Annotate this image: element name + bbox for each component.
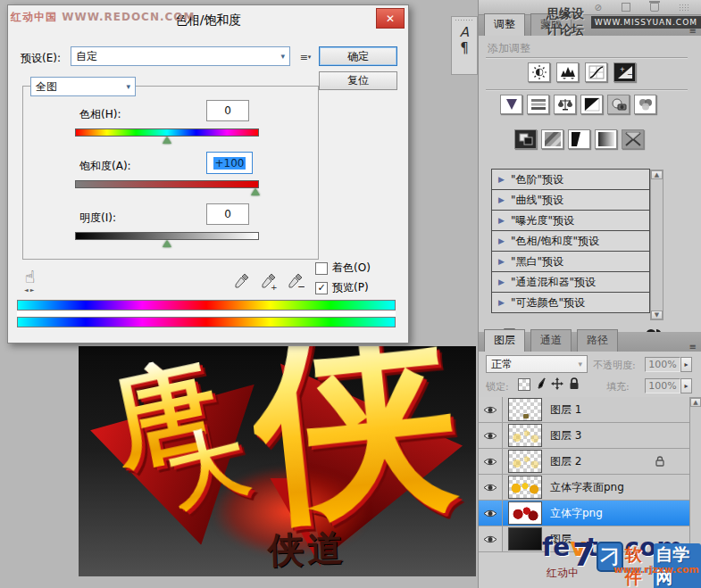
layer-thumbnail[interactable] xyxy=(508,398,542,421)
saturation-slider-handle[interactable] xyxy=(251,188,260,195)
visibility-eye-icon[interactable] xyxy=(479,501,503,526)
hue-slider-handle[interactable] xyxy=(163,137,171,144)
channel-select[interactable]: 全图 ▾ xyxy=(30,77,136,96)
dock-grip[interactable] xyxy=(455,19,474,22)
preview-option[interactable]: ✓ 预览(P) xyxy=(315,280,369,295)
scroll-down-icon[interactable]: ▼ xyxy=(651,311,663,319)
curves-icon[interactable] xyxy=(585,62,607,82)
expand-arrow-icon[interactable]: ▶ xyxy=(498,298,505,307)
reset-button[interactable]: 复位 xyxy=(319,71,397,90)
color-balance-icon[interactable] xyxy=(554,95,576,114)
arrow-left-icon: ◄ xyxy=(24,286,30,293)
add-eyedropper-icon[interactable]: + xyxy=(260,271,278,291)
preset-select[interactable]: 自定 ▾ xyxy=(71,46,290,66)
layer-thumbnail[interactable] xyxy=(508,501,542,525)
preset-row-channel-mixer[interactable]: ▶ "通道混和器"预设 xyxy=(491,271,650,293)
layer-name[interactable]: 图层 3 xyxy=(550,428,581,443)
lightness-slider-handle[interactable] xyxy=(163,240,171,247)
layer-name[interactable]: 图层 1 xyxy=(550,402,581,418)
on-image-adjust-tool[interactable]: ☝ ◄► xyxy=(24,267,36,293)
layer-row[interactable]: 图层 2 xyxy=(479,449,689,475)
fill-spinner[interactable]: ▸ xyxy=(680,378,692,393)
expand-arrow-icon[interactable]: ▶ xyxy=(498,277,505,286)
ok-button[interactable]: 确定 xyxy=(319,46,397,66)
opacity-value[interactable]: 100% xyxy=(645,357,680,372)
visibility-eye-icon[interactable] xyxy=(479,526,503,551)
panel-menu-icon[interactable]: ≡ xyxy=(689,342,701,352)
invert-icon[interactable] xyxy=(514,129,537,149)
visibility-eye-icon[interactable] xyxy=(479,423,503,448)
expand-arrow-icon[interactable]: ▶ xyxy=(498,175,505,184)
preset-row-exposure[interactable]: ▶ "曝光度"预设 xyxy=(491,210,650,231)
watermark-missyuan: 思缘设计论坛 WWW.MISSYUAN.COM xyxy=(547,6,701,38)
exposure-icon[interactable]: +− xyxy=(613,62,636,82)
preset-row-curves[interactable]: ▶ "曲线"预设 xyxy=(491,189,650,211)
tab-channels[interactable]: 通道 xyxy=(530,329,572,352)
tab-layers[interactable]: 图层 xyxy=(484,329,525,352)
expand-arrow-icon[interactable]: ▶ xyxy=(498,236,505,245)
blend-mode-select[interactable]: 正常 ▾ xyxy=(486,355,588,373)
layer-thumbnail[interactable] xyxy=(508,476,542,499)
vibrance-icon[interactable] xyxy=(500,95,522,114)
layer-thumbnail[interactable] xyxy=(508,424,542,447)
expand-arrow-icon[interactable]: ▶ xyxy=(498,257,505,266)
saturation-input[interactable]: +100 xyxy=(206,152,253,174)
close-button[interactable]: ✕ xyxy=(376,8,405,29)
lock-transparent-pixels-icon[interactable] xyxy=(518,378,530,391)
channel-mixer-icon[interactable] xyxy=(634,95,656,114)
expand-arrow-icon[interactable]: ▶ xyxy=(498,195,505,204)
lightness-input[interactable]: 0 xyxy=(206,203,249,225)
photo-filter-icon[interactable] xyxy=(607,95,630,114)
visibility-eye-icon[interactable] xyxy=(479,475,503,500)
subtract-eyedropper-icon[interactable]: − xyxy=(287,271,305,291)
brightness-contrast-icon[interactable] xyxy=(528,62,550,82)
eyedropper-icon[interactable] xyxy=(233,271,251,291)
posterize-icon[interactable] xyxy=(541,129,563,149)
paragraph-panel-icon[interactable]: ¶ xyxy=(452,40,477,56)
scroll-up-icon[interactable]: ▲ xyxy=(651,170,663,179)
hue-input[interactable]: 0 xyxy=(206,100,249,121)
lock-position-icon[interactable] xyxy=(551,377,563,390)
gradient-map-icon[interactable] xyxy=(595,129,617,149)
layer-thumbnail[interactable] xyxy=(508,527,542,551)
preset-row-selective-color[interactable]: ▶ "可选颜色"预设 xyxy=(491,292,650,313)
strip-gap xyxy=(17,311,396,317)
layer-name[interactable]: 立体字png xyxy=(550,506,603,521)
preset-list-scrollbar[interactable]: ▲ ▼ xyxy=(650,170,663,320)
black-white-icon[interactable] xyxy=(580,95,603,114)
threshold-icon[interactable] xyxy=(568,129,590,149)
hue-slider-track[interactable] xyxy=(75,128,259,137)
layer-row[interactable]: 图层 3 xyxy=(479,423,689,449)
layer-row-selected[interactable]: 立体字png xyxy=(479,501,689,526)
levels-icon[interactable] xyxy=(556,62,579,82)
tab-adjustments[interactable]: 调整 xyxy=(484,13,525,36)
layer-name[interactable]: 图层 2 xyxy=(550,454,581,469)
layer-thumbnail[interactable] xyxy=(508,450,542,473)
saturation-slider-track[interactable] xyxy=(75,180,259,188)
preset-row-levels[interactable]: ▶ "色阶"预设 xyxy=(491,169,650,190)
preset-row-hue-saturation[interactable]: ▶ "色相/饱和度"预设 xyxy=(491,230,650,252)
tab-paths[interactable]: 路径 xyxy=(577,329,618,352)
layer-name[interactable]: 立体字表面png xyxy=(550,480,624,495)
visibility-eye-icon[interactable] xyxy=(479,449,503,474)
character-panel-icon[interactable]: A xyxy=(452,24,477,40)
selective-color-icon[interactable] xyxy=(622,129,644,149)
fill-value[interactable]: 100% xyxy=(645,378,680,393)
lightness-slider-track[interactable] xyxy=(75,232,259,240)
lock-image-pixels-icon[interactable] xyxy=(535,377,547,390)
hue-saturation-icon[interactable] xyxy=(527,95,549,114)
document-canvas[interactable]: 唐 大 侠 侠道 xyxy=(79,346,476,576)
watermark-rjzxw-seven: 7 xyxy=(572,539,595,571)
preset-options-button[interactable]: ≡▾ xyxy=(296,49,315,65)
lock-all-icon[interactable] xyxy=(569,377,580,390)
preview-checkbox[interactable]: ✓ xyxy=(315,282,328,294)
layer-row[interactable]: 立体字表面png xyxy=(479,475,689,501)
layer-row[interactable]: 图层 1 xyxy=(479,397,689,423)
colorize-checkbox[interactable] xyxy=(315,262,328,275)
expand-arrow-icon[interactable]: ▶ xyxy=(498,216,505,225)
preset-row-black-white[interactable]: ▶ "黑白"预设 xyxy=(491,251,650,272)
colorize-option[interactable]: 着色(O) xyxy=(315,261,371,276)
opacity-spinner[interactable]: ▸ xyxy=(680,357,692,372)
visibility-eye-icon[interactable] xyxy=(479,397,503,422)
scroll-up-icon[interactable]: ▲ xyxy=(690,398,701,407)
